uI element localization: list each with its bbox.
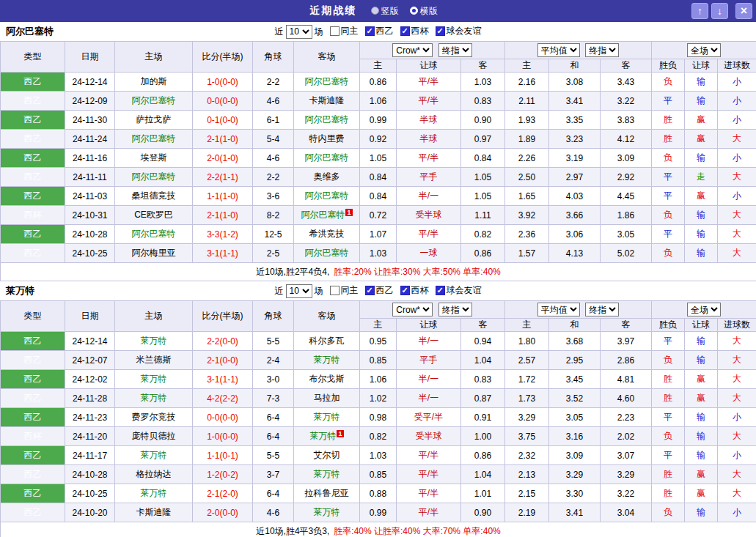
match-date: 24-10-28 [65, 465, 115, 484]
match-date: 24-11-28 [65, 389, 115, 408]
filter-same-home[interactable]: 同主 [330, 25, 359, 37]
match-type-badge: 西乙 [1, 503, 65, 522]
col-corner: 角球 [253, 42, 294, 73]
filter-copa[interactable]: 西杯 [400, 25, 429, 37]
result-goals: 大 [718, 484, 756, 503]
away-team: 卡斯迪隆 [294, 92, 360, 111]
filter-checkbox-copa[interactable] [400, 286, 410, 295]
filter-checkbox-copa[interactable] [400, 26, 410, 36]
result-winloss: 平 [652, 332, 685, 351]
euro-draw-odds: 3.66 [549, 206, 601, 225]
layout-horizontal-radio[interactable]: 横版 [410, 6, 438, 16]
match-type-badge: 西乙 [1, 149, 65, 168]
euro-home-odds: 3.29 [505, 408, 549, 427]
euro-draw-odds: 3.68 [549, 332, 601, 351]
euro-home-odds: 1.72 [505, 370, 549, 389]
asia-time-select[interactable]: 终指 [438, 43, 472, 57]
result-winloss: 负 [652, 73, 685, 92]
away-team: 莱万特 [294, 465, 360, 484]
result-handicap: 走 [685, 168, 718, 187]
col-type: 类型 [1, 42, 65, 73]
match-score: 1-0(0-0) [193, 427, 253, 446]
team-section-albacete: 阿尔巴塞特 近 10 场 同主西乙西杯球会友谊 类型 日期 主场 比分(半场) … [0, 22, 756, 281]
asia-home-odds: 1.03 [360, 446, 397, 465]
col-euro-draw: 和 [549, 59, 601, 73]
match-row: 西乙24-12-07米兰德斯2-1(0-0)2-4莱万特0.85平手1.042.… [1, 351, 756, 370]
filter-club-friendly[interactable]: 球会友谊 [436, 25, 482, 37]
result-winloss: 平 [652, 408, 685, 427]
match-score: 3-1(1-1) [193, 370, 253, 389]
col-handicap-result: 让球 [685, 59, 718, 73]
euro-draw-odds: 3.23 [549, 130, 601, 149]
filter-checkbox-club-friendly[interactable] [436, 286, 445, 295]
match-count-select[interactable]: 10 [286, 25, 312, 39]
result-goals: 大 [718, 244, 756, 263]
filter-checkbox-same-home[interactable] [330, 26, 340, 36]
asia-bookmaker-select[interactable]: Crow* [392, 43, 433, 57]
filter-label: 西乙 [376, 284, 394, 297]
result-winloss: 胜 [652, 370, 685, 389]
euro-bookmaker-select[interactable]: 平均值 [537, 43, 580, 57]
match-date: 24-11-20 [65, 427, 115, 446]
home-team: 莱万特 [115, 446, 193, 465]
result-goals: 大 [718, 427, 756, 446]
scroll-down-button[interactable]: ↓ [711, 3, 728, 19]
asia-home-odds: 0.84 [360, 187, 397, 206]
asia-home-odds: 1.07 [360, 225, 397, 244]
layout-vertical-radio[interactable]: 竖版 [371, 6, 399, 16]
euro-time-select[interactable]: 终指 [585, 43, 619, 57]
corner-score: 8-2 [253, 206, 294, 225]
filter-checkbox-same-home[interactable] [330, 286, 340, 295]
asia-handicap: 半球 [397, 130, 461, 149]
asia-handicap: 平手 [397, 168, 461, 187]
col-asia-home: 主 [360, 319, 397, 332]
euro-away-odds: 3.43 [601, 73, 652, 92]
col-euro-home: 主 [505, 319, 549, 332]
asia-home-odds: 0.85 [360, 465, 397, 484]
match-row: 西乙24-11-17莱万特1-1(0-1)5-5艾尔切1.03平/半0.862.… [1, 446, 756, 465]
euro-away-odds: 3.09 [601, 149, 652, 168]
home-team: 阿尔巴塞特 [115, 92, 193, 111]
match-count-select[interactable]: 10 [286, 284, 312, 298]
fulltime-select[interactable]: 全场 [687, 43, 721, 57]
asia-home-odds: 0.95 [360, 332, 397, 351]
euro-bookmaker-select[interactable]: 平均值 [537, 303, 580, 316]
euro-draw-odds: 3.16 [549, 427, 601, 446]
col-asia-home: 主 [360, 59, 397, 73]
match-row: 西乙24-11-23费罗尔竞技0-0(0-0)6-4莱万特0.98受平/半0.9… [1, 408, 756, 427]
result-winloss: 平 [652, 187, 685, 206]
euro-draw-odds: 2.97 [549, 168, 601, 187]
asia-time-select[interactable]: 终指 [438, 303, 472, 316]
asia-odds-group: Crow* 终指 [360, 42, 505, 59]
euro-time-select[interactable]: 终指 [585, 303, 619, 316]
filter-club-friendly[interactable]: 球会友谊 [436, 284, 482, 297]
scroll-up-button[interactable]: ↑ [691, 3, 708, 19]
team-name: 阿尔巴塞特 [6, 25, 54, 38]
euro-draw-odds: 3.35 [549, 111, 601, 130]
filter-checkbox-club-friendly[interactable] [436, 26, 445, 36]
filter-checkbox-segunda[interactable] [365, 26, 375, 36]
asia-handicap: 半球 [397, 111, 461, 130]
asia-home-odds: 0.99 [360, 111, 397, 130]
fulltime-select[interactable]: 全场 [687, 303, 721, 316]
match-row: 西乙24-10-28阿尔巴塞特3-3(1-2)12-5希洪竞技1.07平/半0.… [1, 225, 756, 244]
recent-results-table: 类型 日期 主场 比分(半场) 角球 客场 Crow* 终指 平均值 终指 全场 [0, 300, 756, 537]
euro-away-odds: 5.02 [601, 244, 652, 263]
match-score: 2-1(1-0) [193, 130, 253, 149]
home-team: 莱万特 [115, 332, 193, 351]
away-team: 莱万特 [294, 503, 360, 522]
filter-copa[interactable]: 西杯 [400, 284, 429, 297]
result-winloss: 胜 [652, 484, 685, 503]
home-team: 埃登斯 [115, 149, 193, 168]
matches-label: 场 [315, 26, 323, 38]
col-score: 比分(半场) [193, 42, 253, 73]
close-button[interactable]: × [735, 3, 752, 19]
filter-same-home[interactable]: 同主 [330, 284, 359, 297]
filter-segunda[interactable]: 西乙 [365, 25, 394, 37]
filter-segunda[interactable]: 西乙 [365, 284, 394, 297]
filter-checkbox-segunda[interactable] [365, 286, 375, 295]
section-header: 莱万特 近 10 场 同主西乙西杯球会友谊 [0, 281, 756, 300]
result-handicap: 输 [685, 73, 718, 92]
result-goals: 大 [718, 351, 756, 370]
asia-bookmaker-select[interactable]: Crow* [392, 303, 433, 316]
